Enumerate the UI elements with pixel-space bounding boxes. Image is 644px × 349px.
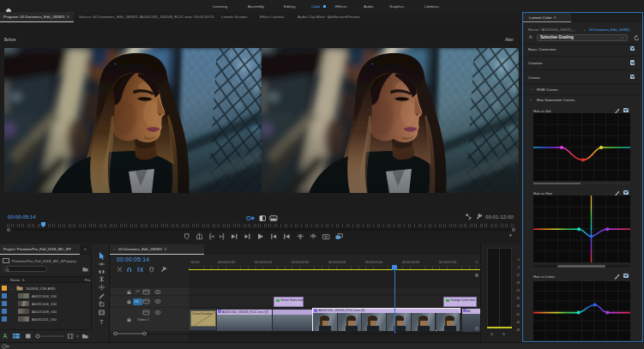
svg-text:T: T [99,318,104,325]
